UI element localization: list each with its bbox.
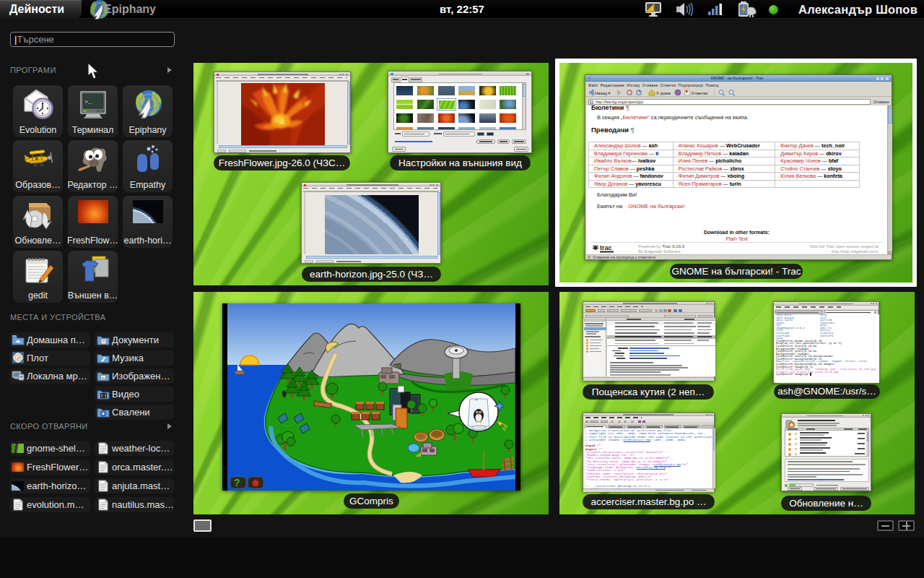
- svg-text:trac: trac: [600, 244, 612, 251]
- svg-text:Отметки: Отметки: [691, 91, 707, 95]
- svg-text:>_: >_: [84, 98, 92, 105]
- svg-text:?: ?: [234, 477, 240, 488]
- svg-text:У дома: У дома: [656, 91, 671, 95]
- svg-text:Назад: Назад: [595, 91, 608, 95]
